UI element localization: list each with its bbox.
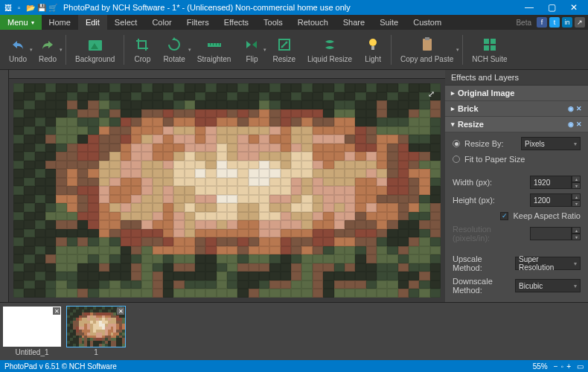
thumb-close-icon[interactable]: ✕ — [117, 307, 124, 315]
upscale-label: Upscale Method: — [453, 254, 511, 272]
separator — [391, 35, 392, 65]
statusbar: PhotoPad v 6.51 © NCH Software 55% −◦+ ▭ — [0, 360, 588, 372]
redo-button[interactable]: Redo — [33, 34, 63, 65]
tab-effects[interactable]: Effects — [217, 15, 256, 30]
resize-panel-body: Resize By: Pixels Fit to Paper Size Widt… — [445, 132, 588, 302]
liquid-resize-button[interactable]: Liquid Resize — [301, 34, 358, 65]
visibility-icon[interactable]: ◉ — [568, 105, 574, 112]
copy-paste-dropdown[interactable]: ▾ — [456, 47, 459, 53]
accordion-resize[interactable]: ▾Resize◉✕ — [445, 117, 588, 132]
width-step-up[interactable]: ▴ — [572, 176, 581, 182]
ruler-horizontal[interactable] — [9, 70, 445, 79]
resize-button[interactable]: Resize — [266, 34, 301, 65]
delete-icon[interactable]: ✕ — [576, 121, 582, 128]
thumbnail-item[interactable]: ✕ Untitled_1 — [3, 307, 61, 356]
tab-edit[interactable]: Edit — [78, 15, 107, 30]
keep-aspect-checkbox[interactable]: ✓ — [500, 212, 508, 220]
thumbnail-label: Untitled_1 — [15, 348, 48, 356]
radio-resize-by[interactable] — [453, 140, 460, 147]
fit-paper-label: Fit to Paper Size — [464, 155, 525, 164]
zoom-out-button[interactable]: − — [552, 362, 560, 371]
crop-button[interactable]: Crop — [127, 34, 157, 65]
resize-by-label: Resize By: — [464, 139, 504, 148]
tab-custom[interactable]: Custom — [406, 15, 449, 30]
linkedin-icon[interactable]: in — [562, 17, 572, 28]
svg-rect-6 — [216, 43, 217, 45]
downscale-label: Downscale Method: — [453, 277, 511, 295]
light-button[interactable]: Light — [358, 34, 388, 65]
svg-marker-8 — [246, 41, 251, 48]
copy-paste-button[interactable]: Copy and Paste — [394, 34, 459, 65]
app-icon: 🖼 — [3, 3, 13, 13]
thumb-close-icon[interactable]: ✕ — [53, 307, 60, 315]
clipboard-icon — [418, 36, 436, 54]
flip-button[interactable]: Flip — [237, 34, 266, 65]
save-icon[interactable]: 💾 — [36, 3, 46, 13]
twitter-icon[interactable]: t — [549, 17, 560, 28]
open-icon[interactable]: 📂 — [25, 3, 35, 13]
expand-icon[interactable]: ⤢ — [428, 89, 435, 99]
tab-share[interactable]: Share — [336, 15, 372, 30]
width-step-down[interactable]: ▾ — [572, 182, 581, 189]
resize-by-combo[interactable]: Pixels — [521, 137, 581, 150]
tab-home[interactable]: Home — [42, 15, 78, 30]
thumbnail-item[interactable]: ✕ 1 — [67, 307, 125, 356]
svg-rect-18 — [490, 39, 496, 44]
chevron-right-icon: ▸ — [451, 89, 455, 97]
effects-panel: Effects and Layers ▸Original Image ▸Bric… — [445, 70, 588, 302]
resolution-label: Resolution (pixels/in): — [453, 225, 525, 243]
undo-icon — [9, 36, 27, 54]
thumbnail-image: ✕ — [3, 307, 61, 347]
accordion-original-image[interactable]: ▸Original Image — [445, 86, 588, 101]
zoom-in-button[interactable]: + — [565, 362, 572, 371]
beta-label: Beta — [516, 19, 531, 27]
minimize-button[interactable]: — — [518, 0, 540, 15]
chevron-right-icon: ▸ — [451, 105, 455, 112]
facebook-icon[interactable]: f — [537, 17, 547, 28]
svg-rect-19 — [484, 45, 489, 51]
share-icon[interactable]: ↗ — [575, 17, 585, 28]
tab-tools[interactable]: Tools — [256, 15, 290, 30]
redo-dropdown[interactable]: ▾ — [60, 47, 63, 53]
tab-select[interactable]: Select — [107, 15, 145, 30]
crop-icon — [133, 36, 151, 54]
titlebar: 🖼 ▫ 📂 💾 🛒 PhotoPad by NCH Software - 1* … — [0, 0, 588, 15]
cart-icon[interactable]: 🛒 — [48, 3, 57, 13]
straighten-button[interactable]: Straighten — [191, 34, 237, 65]
rotate-button[interactable]: Rotate — [157, 34, 191, 65]
fit-button[interactable]: ▭ — [577, 362, 584, 371]
radio-fit-paper[interactable] — [453, 155, 460, 163]
upscale-combo[interactable]: Super Resolution — [515, 257, 581, 270]
canvas[interactable]: ⤢ — [9, 79, 445, 302]
maximize-button[interactable]: ▢ — [540, 0, 563, 15]
ruler-corner — [0, 70, 9, 79]
liquid-resize-icon — [321, 36, 339, 54]
chevron-down-icon: ▾ — [451, 121, 455, 128]
visibility-icon[interactable]: ◉ — [568, 121, 574, 128]
svg-rect-20 — [490, 45, 496, 51]
downscale-combo[interactable]: Bicubic — [515, 279, 581, 292]
zoom-reset-button[interactable]: ◦ — [560, 362, 566, 371]
background-icon — [86, 36, 104, 54]
width-input[interactable] — [530, 176, 572, 189]
menu-dropdown[interactable]: Menu — [0, 15, 42, 30]
svg-marker-9 — [252, 41, 257, 48]
separator — [65, 35, 66, 65]
accordion-brick[interactable]: ▸Brick◉✕ — [445, 101, 588, 117]
height-step-up[interactable]: ▴ — [572, 193, 581, 200]
tab-color[interactable]: Color — [144, 15, 179, 30]
background-button[interactable]: Background — [69, 34, 121, 65]
tab-retouch[interactable]: Retouch — [290, 15, 336, 30]
delete-icon[interactable]: ✕ — [576, 105, 582, 112]
height-step-down[interactable]: ▾ — [572, 200, 581, 207]
height-input[interactable] — [530, 193, 572, 207]
tab-filters[interactable]: Filters — [179, 15, 217, 30]
main-area: ⤢ Effects and Layers ▸Original Image ▸Br… — [0, 70, 588, 302]
tab-suite[interactable]: Suite — [372, 15, 406, 30]
close-button[interactable]: ✕ — [563, 0, 585, 15]
nch-suite-button[interactable]: NCH Suite — [466, 34, 513, 65]
ruler-vertical[interactable] — [0, 79, 9, 302]
new-icon[interactable]: ▫ — [14, 3, 24, 13]
undo-button[interactable]: Undo — [3, 34, 33, 65]
width-label: Width (px): — [453, 178, 525, 187]
